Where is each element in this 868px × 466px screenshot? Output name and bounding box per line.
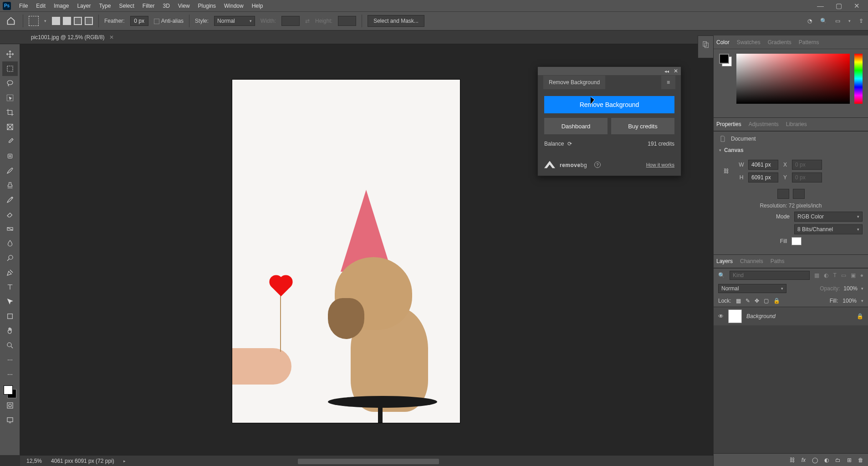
workspace-layout-icon[interactable]: ▭ <box>835 18 840 24</box>
tab-channels[interactable]: Channels <box>740 258 763 264</box>
width-field[interactable] <box>748 160 778 170</box>
plugin-tab[interactable]: Remove Background <box>543 76 605 89</box>
menu-plugins[interactable]: Plugins <box>198 3 216 9</box>
close-tab-icon[interactable]: ✕ <box>109 34 114 41</box>
mode-select[interactable]: RGB Color▾ <box>794 212 863 222</box>
maximize-icon[interactable]: ▢ <box>836 2 842 10</box>
brush-tool[interactable] <box>2 163 18 178</box>
menu-type[interactable]: Type <box>99 3 111 9</box>
layer-name[interactable]: Background <box>746 313 776 319</box>
menu-image[interactable]: Image <box>54 3 69 9</box>
path-select-tool[interactable] <box>2 294 18 309</box>
frame-tool[interactable] <box>2 120 18 134</box>
quick-mask-icon[interactable] <box>2 398 18 413</box>
menu-filter[interactable]: Filter <box>143 3 155 9</box>
eyedropper-tool[interactable] <box>2 134 18 149</box>
layer-lock-icon[interactable]: 🔒 <box>857 313 863 319</box>
color-swatch[interactable] <box>4 385 16 398</box>
history-brush-tool[interactable] <box>2 192 18 207</box>
tab-gradients[interactable]: Gradients <box>768 39 791 46</box>
tab-paths[interactable]: Paths <box>771 258 785 264</box>
home-button[interactable] <box>5 15 17 27</box>
feather-input[interactable] <box>130 16 148 26</box>
visibility-icon[interactable]: 👁 <box>718 313 724 319</box>
minimize-icon[interactable]: — <box>817 2 824 10</box>
move-tool[interactable] <box>2 47 18 61</box>
cloud-docs-icon[interactable]: ◔ <box>807 18 812 24</box>
link-wh-icon[interactable]: ⛓ <box>724 168 729 174</box>
healing-tool[interactable] <box>2 149 18 163</box>
lock-artboard-icon[interactable]: ▢ <box>764 298 769 304</box>
add-selection-icon[interactable] <box>63 17 71 25</box>
stamp-tool[interactable] <box>2 178 18 192</box>
tab-properties[interactable]: Properties <box>716 121 741 127</box>
how-it-works-link[interactable]: How it works <box>646 162 674 167</box>
object-select-tool[interactable] <box>2 91 18 105</box>
fx-icon[interactable]: fx <box>802 457 806 463</box>
filter-toggle-icon[interactable]: ● <box>860 272 863 279</box>
fill-value[interactable]: 100% <box>842 298 857 304</box>
pen-tool[interactable] <box>2 265 18 280</box>
remove-bg-panel[interactable]: ◂◂ ✕ Remove Background ≡ Remove Backgrou… <box>537 66 681 176</box>
filter-type-icon[interactable]: T <box>833 272 836 279</box>
adjustment-layer-icon[interactable]: ◐ <box>824 457 829 463</box>
tab-swatches[interactable]: Swatches <box>737 39 761 46</box>
filter-pixel-icon[interactable]: ▦ <box>814 272 819 279</box>
menu-file[interactable]: File <box>19 3 28 9</box>
crop-tool[interactable] <box>2 105 18 120</box>
type-tool[interactable] <box>2 280 18 294</box>
lock-position-icon[interactable]: ✥ <box>755 298 759 304</box>
menu-select[interactable]: Select <box>119 3 134 9</box>
blend-mode-select[interactable]: Normal▾ <box>718 284 786 293</box>
plugin-titlebar[interactable]: ◂◂ ✕ <box>538 67 681 75</box>
tool-preset-chevron-icon[interactable]: ▾ <box>44 19 46 23</box>
filter-shape-icon[interactable]: ▭ <box>841 272 846 279</box>
share-icon[interactable]: ⇪ <box>859 18 863 24</box>
menu-3d[interactable]: 3D <box>163 3 169 9</box>
help-icon[interactable]: ? <box>594 162 601 168</box>
filter-smart-icon[interactable]: ▣ <box>851 272 856 279</box>
landscape-button[interactable] <box>793 189 805 199</box>
mask-icon[interactable]: ◯ <box>812 457 818 463</box>
tab-patterns[interactable]: Patterns <box>799 39 819 46</box>
blur-tool[interactable] <box>2 236 18 251</box>
close-panel-icon[interactable]: ✕ <box>674 68 678 74</box>
new-layer-icon[interactable]: ⊞ <box>847 457 852 463</box>
marquee-tool[interactable] <box>2 61 18 76</box>
new-selection-icon[interactable] <box>52 17 60 25</box>
link-layers-icon[interactable]: ⛓ <box>790 457 795 463</box>
workspace-chevron-icon[interactable]: ▾ <box>848 19 851 23</box>
select-and-mask-button[interactable]: Select and Mask... <box>368 15 424 27</box>
more-tools-icon[interactable]: ⋯ <box>2 353 18 367</box>
fg-bg-swatch[interactable] <box>719 54 732 66</box>
trash-icon[interactable]: 🗑 <box>858 457 863 463</box>
eraser-tool[interactable] <box>2 207 18 222</box>
height-field[interactable] <box>748 172 778 182</box>
canvas-section-header[interactable]: ▾Canvas <box>719 147 863 153</box>
close-icon[interactable]: ✕ <box>854 2 860 10</box>
shape-tool[interactable] <box>2 309 18 324</box>
search-icon[interactable]: 🔍 <box>820 18 827 24</box>
app-icon[interactable]: Ps <box>3 2 11 10</box>
marquee-tool-icon[interactable] <box>29 16 39 26</box>
filter-adjust-icon[interactable]: ◐ <box>824 272 828 279</box>
zoom-tool[interactable] <box>2 338 18 353</box>
edit-toolbar-icon[interactable]: ⋯ <box>2 367 18 382</box>
menu-view[interactable]: View <box>178 3 190 9</box>
depth-select[interactable]: 8 Bits/Channel▾ <box>794 224 863 234</box>
collapsed-dock[interactable] <box>698 35 713 58</box>
lock-pixels-icon[interactable]: ✎ <box>745 298 750 304</box>
tab-adjustments[interactable]: Adjustments <box>749 121 779 127</box>
menu-edit[interactable]: Edit <box>36 3 46 9</box>
document-tab[interactable]: pic1001.jpg @ 12,5% (RGB/8) ✕ <box>25 30 120 44</box>
refresh-icon[interactable]: ⟳ <box>567 141 572 147</box>
panel-menu-icon[interactable]: ≡ <box>661 76 675 89</box>
screen-mode-icon[interactable] <box>2 413 18 427</box>
horizontal-scrollbar[interactable] <box>298 459 439 464</box>
gradient-tool[interactable] <box>2 222 18 236</box>
tab-color[interactable]: Color <box>716 39 730 46</box>
collapse-icon[interactable]: ◂◂ <box>664 69 669 74</box>
zoom-value[interactable]: 12,5% <box>26 458 42 464</box>
dashboard-button[interactable]: Dashboard <box>544 118 608 134</box>
portrait-button[interactable] <box>777 189 789 199</box>
